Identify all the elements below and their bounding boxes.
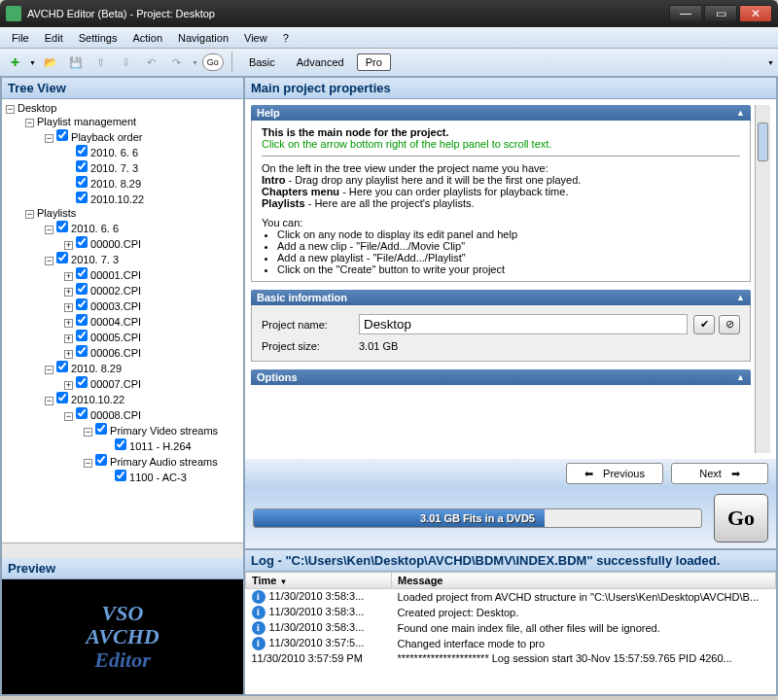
tree-po-item[interactable]: 2010.10.22 [4, 191, 241, 206]
menu-help[interactable]: ? [275, 30, 297, 46]
tree-playlist-mgmt[interactable]: −Playlist management [4, 115, 241, 128]
tree-pas-item[interactable]: 1100 - AC-3 [4, 469, 241, 484]
tree-h-scrollbar[interactable] [2, 542, 243, 558]
expander-icon[interactable]: + [64, 319, 73, 328]
log-row[interactable]: i11/30/2010 3:58:3...Created project: De… [246, 605, 776, 620]
save-button[interactable]: 💾 [65, 52, 87, 73]
expander-icon[interactable]: − [25, 210, 34, 219]
expander-icon[interactable]: − [64, 412, 73, 421]
expander-icon[interactable]: + [64, 381, 73, 390]
expander-icon[interactable]: + [64, 272, 73, 281]
expander-icon[interactable]: − [6, 105, 15, 114]
tree-playback-order[interactable]: − Playback order [4, 128, 241, 144]
checkbox[interactable] [76, 376, 88, 388]
expander-icon[interactable]: − [25, 119, 34, 127]
checkbox[interactable] [76, 298, 88, 310]
tree-playlist-group[interactable]: − 2010. 7. 3 [4, 251, 241, 266]
go-small-button[interactable]: Go [202, 53, 224, 71]
project-name-input[interactable] [359, 314, 688, 334]
checkbox[interactable] [56, 361, 68, 372]
expander-icon[interactable]: − [45, 366, 53, 374]
expander-icon[interactable]: + [64, 288, 73, 297]
log-row[interactable]: 11/30/2010 3:57:59 PM*******************… [246, 651, 776, 665]
checkbox[interactable] [76, 407, 88, 419]
checkbox[interactable] [115, 470, 126, 481]
checkbox[interactable] [56, 221, 68, 232]
tree-cpi-item[interactable]: + 00006.CPI [4, 344, 241, 360]
menu-navigation[interactable]: Navigation [170, 30, 236, 46]
cancel-button[interactable]: ⊘ [719, 315, 740, 334]
tree-playlist-group[interactable]: − 2010. 8.29 [4, 360, 241, 375]
expander-icon[interactable]: − [84, 459, 92, 468]
expander-icon[interactable]: + [64, 334, 73, 343]
checkbox[interactable] [115, 438, 126, 450]
go-button[interactable]: Go [714, 494, 768, 542]
mode-advanced[interactable]: Advanced [288, 53, 353, 71]
menu-settings[interactable]: Settings [71, 30, 125, 46]
checkbox[interactable] [76, 345, 88, 357]
expander-icon[interactable]: − [45, 257, 53, 265]
tree-pvs[interactable]: − Primary Video streams [4, 422, 241, 438]
tree-cpi-item[interactable]: + 00004.CPI [4, 313, 241, 329]
options-header[interactable]: Options ▲ [251, 369, 751, 385]
tree-cpi-item[interactable]: + 00001.CPI [4, 266, 241, 282]
open-button[interactable]: 📂 [40, 52, 61, 73]
mode-basic[interactable]: Basic [240, 53, 284, 71]
tree-po-item[interactable]: 2010. 8.29 [4, 175, 241, 191]
tree-pas[interactable]: − Primary Audio streams [4, 453, 241, 469]
main-v-scrollbar[interactable] [755, 105, 770, 453]
checkbox[interactable] [76, 145, 88, 157]
checkbox[interactable] [76, 176, 88, 188]
menu-action[interactable]: Action [124, 30, 170, 46]
tree-playlists[interactable]: −Playlists [4, 206, 241, 220]
log-row[interactable]: i11/30/2010 3:57:5...Changed interface m… [246, 636, 776, 651]
checkbox[interactable] [76, 314, 88, 326]
checkbox[interactable] [76, 330, 88, 341]
close-button[interactable]: ✕ [739, 5, 772, 22]
expander-icon[interactable]: − [45, 226, 53, 234]
tree-cpi-item[interactable]: + 00003.CPI [4, 298, 241, 313]
log-col-time[interactable]: Time [252, 575, 276, 586]
chevron-down-icon[interactable]: ▼ [767, 59, 774, 66]
checkbox[interactable] [56, 252, 68, 263]
menu-file[interactable]: File [4, 30, 37, 46]
tree-root[interactable]: −Desktop [4, 101, 241, 115]
confirm-button[interactable]: ✔ [693, 315, 715, 334]
expander-icon[interactable]: − [45, 134, 53, 143]
expander-icon[interactable]: + [64, 350, 73, 359]
expander-icon[interactable]: − [45, 397, 53, 405]
menu-view[interactable]: View [236, 30, 275, 46]
tool-button-1[interactable]: ⇧ [90, 52, 112, 73]
log-row[interactable]: i11/30/2010 3:58:3...Found one main inde… [246, 620, 776, 636]
tree-cpi-item[interactable]: + 00005.CPI [4, 329, 241, 344]
checkbox[interactable] [95, 423, 107, 435]
checkbox[interactable] [76, 283, 88, 295]
checkbox[interactable] [76, 192, 88, 203]
expander-icon[interactable]: − [84, 428, 92, 437]
expander-icon[interactable]: + [64, 241, 73, 250]
tree-cpi-item[interactable]: + 00000.CPI [4, 235, 241, 251]
tool-button-2[interactable]: ⇩ [116, 52, 137, 73]
tree-view[interactable]: −Desktop−Playlist management− Playback o… [2, 99, 243, 542]
undo-button[interactable]: ↶ [141, 52, 162, 73]
tree-playlist-group[interactable]: − 2010.10.22 [4, 391, 241, 406]
tree-cpi-item[interactable]: − 00008.CPI [4, 406, 241, 422]
menu-edit[interactable]: Edit [37, 30, 71, 46]
next-button[interactable]: Next➡ [671, 463, 768, 484]
log-col-message[interactable]: Message [398, 575, 442, 586]
log-table[interactable]: Time ▼ Message i11/30/2010 3:58:3...Load… [245, 572, 776, 694]
minimize-button[interactable]: — [669, 5, 702, 22]
tree-cpi-item[interactable]: + 00007.CPI [4, 375, 241, 391]
checkbox[interactable] [56, 129, 68, 141]
redo-button[interactable]: ↷ [166, 52, 188, 73]
tree-cpi-item[interactable]: + 00002.CPI [4, 282, 241, 298]
maximize-button[interactable]: ▭ [704, 5, 737, 22]
checkbox[interactable] [76, 236, 88, 248]
help-section-header[interactable]: Help ▲ [251, 105, 751, 121]
chevron-down-icon[interactable]: ▼ [192, 59, 198, 66]
tree-po-item[interactable]: 2010. 6. 6 [4, 144, 241, 159]
tree-po-item[interactable]: 2010. 7. 3 [4, 159, 241, 175]
tree-pvs-item[interactable]: 1011 - H.264 [4, 438, 241, 453]
new-button[interactable]: ✚ [4, 52, 25, 73]
checkbox[interactable] [56, 392, 68, 403]
